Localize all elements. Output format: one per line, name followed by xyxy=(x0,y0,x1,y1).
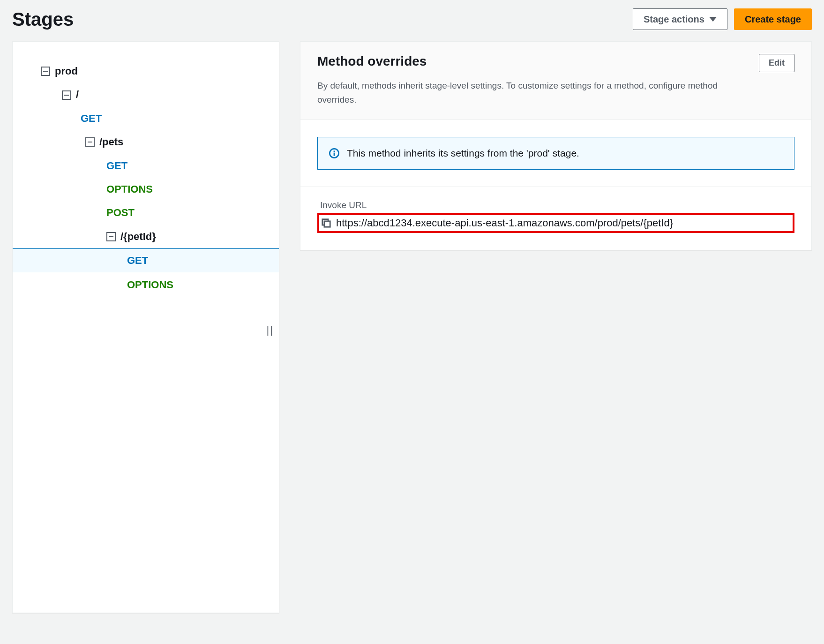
resource-label: /{petId} xyxy=(120,231,156,243)
header-actions: Stage actions Create stage xyxy=(633,8,812,30)
edit-button[interactable]: Edit xyxy=(759,54,794,72)
invoke-url-text: https://abcd1234.execute-api.us-east-1.a… xyxy=(336,217,673,229)
stages-tree: prod / GET /pets GET OPTIONS xyxy=(13,60,279,297)
page-header: Stages Stage actions Create stage xyxy=(12,8,812,30)
collapse-icon[interactable] xyxy=(85,137,95,147)
method-overrides-panel: Method overrides Edit By default, method… xyxy=(300,41,812,250)
tree-method-pets-options[interactable]: OPTIONS xyxy=(13,178,279,201)
svg-rect-4 xyxy=(324,221,330,227)
tree-resource-petid[interactable]: /{petId} xyxy=(13,225,279,248)
copy-icon[interactable] xyxy=(321,218,331,228)
tree-resource-root[interactable]: / xyxy=(13,83,279,106)
method-label: GET xyxy=(106,160,127,172)
create-stage-label: Create stage xyxy=(745,13,801,26)
tree-method-petid-get[interactable]: GET xyxy=(13,248,279,273)
info-icon xyxy=(329,148,339,158)
svg-rect-1 xyxy=(334,153,335,156)
collapse-icon[interactable] xyxy=(62,90,71,100)
panel-header: Method overrides Edit By default, method… xyxy=(300,42,811,120)
page-title: Stages xyxy=(12,9,74,30)
tree-stage-prod[interactable]: prod xyxy=(13,60,279,83)
tree-method-root-get[interactable]: GET xyxy=(13,107,279,130)
svg-rect-2 xyxy=(334,151,335,152)
collapse-icon[interactable] xyxy=(106,232,116,241)
method-label: GET xyxy=(81,112,102,125)
invoke-url-value-highlight: https://abcd1234.execute-api.us-east-1.a… xyxy=(317,213,794,233)
stage-actions-button[interactable]: Stage actions xyxy=(633,8,727,30)
resize-handle-icon[interactable]: ⎢⎢ xyxy=(267,326,274,336)
method-label: GET xyxy=(127,255,148,267)
invoke-url-section: Invoke URL https://abcd1234.execute-api.… xyxy=(300,187,811,250)
caret-down-icon xyxy=(709,17,717,22)
create-stage-button[interactable]: Create stage xyxy=(734,8,812,30)
collapse-icon[interactable] xyxy=(41,67,50,76)
info-alert: This method inherits its settings from t… xyxy=(317,137,794,170)
edit-label: Edit xyxy=(769,57,785,69)
tree-method-pets-get[interactable]: GET xyxy=(13,154,279,178)
tree-method-petid-options[interactable]: OPTIONS xyxy=(13,273,279,297)
stages-tree-panel: prod / GET /pets GET OPTIONS xyxy=(12,41,279,613)
panel-description: By default, methods inherit stage-level … xyxy=(317,79,757,106)
panel-title: Method overrides xyxy=(317,54,427,69)
tree-resource-pets[interactable]: /pets xyxy=(13,130,279,154)
resource-label: /pets xyxy=(99,136,123,148)
invoke-url-label: Invoke URL xyxy=(317,200,794,210)
stage-actions-label: Stage actions xyxy=(644,13,704,26)
tree-method-pets-post[interactable]: POST xyxy=(13,201,279,225)
method-label: OPTIONS xyxy=(127,279,173,291)
method-label: OPTIONS xyxy=(106,183,153,195)
resource-label: / xyxy=(76,89,79,101)
info-message: This method inherits its settings from t… xyxy=(347,148,579,159)
stage-label: prod xyxy=(55,65,78,77)
method-label: POST xyxy=(106,207,135,219)
